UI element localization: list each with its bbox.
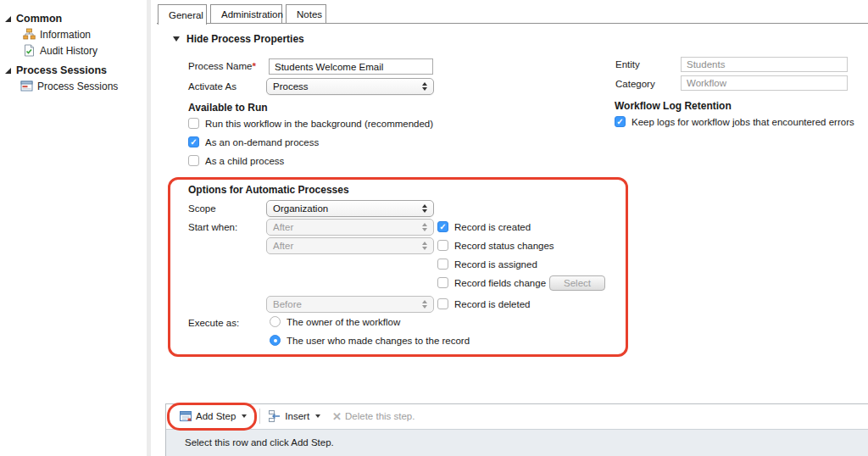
record-status-option: ✓ Record status changes bbox=[437, 240, 554, 251]
select-arrows-icon bbox=[422, 204, 427, 213]
start-when-select-2[interactable]: After bbox=[266, 237, 434, 254]
button-label: Select bbox=[564, 278, 591, 288]
select-value: After bbox=[273, 241, 293, 251]
category-label: Category bbox=[615, 79, 655, 89]
sidebar-item-information[interactable]: Information bbox=[23, 28, 91, 41]
radio-button[interactable] bbox=[270, 335, 281, 346]
execute-user-option: The user who made changes to the record bbox=[270, 335, 470, 346]
hide-process-properties-toggle[interactable]: Hide Process Properties bbox=[173, 33, 304, 45]
record-assigned-option: ✓ Record is assigned bbox=[437, 259, 537, 270]
category-input bbox=[681, 75, 848, 91]
record-created-option: ✓ Record is created bbox=[437, 221, 531, 232]
select-arrows-icon bbox=[422, 242, 427, 250]
start-when-label: Start when: bbox=[188, 222, 237, 232]
tab-label: Notes bbox=[297, 9, 322, 19]
radio-label: The owner of the workflow bbox=[287, 317, 400, 327]
process-name-input[interactable] bbox=[269, 58, 433, 75]
scope-label: Scope bbox=[188, 203, 216, 214]
entity-input bbox=[681, 57, 848, 72]
sidebar-section-label: Process Sessions bbox=[16, 64, 107, 76]
checkbox[interactable]: ✓ bbox=[437, 298, 448, 309]
activate-as-label: Activate As bbox=[188, 81, 236, 92]
checkbox-label: Record is deleted bbox=[454, 299, 531, 309]
checkbox[interactable]: ✓ bbox=[188, 136, 199, 147]
checkbox-label: Record status changes bbox=[454, 241, 554, 251]
checkmark-icon: ✓ bbox=[439, 223, 446, 231]
button-label: Insert bbox=[285, 411, 309, 421]
automatic-options-title: Options for Automatic Processes bbox=[188, 184, 349, 196]
tab-label: Administration bbox=[221, 9, 283, 19]
insert-button[interactable]: Insert bbox=[268, 409, 320, 423]
collapse-arrow-icon bbox=[173, 36, 180, 42]
add-step-icon bbox=[179, 409, 192, 423]
process-sessions-icon bbox=[20, 80, 33, 92]
checkbox[interactable]: ✓ bbox=[437, 240, 448, 251]
select-arrows-icon bbox=[422, 82, 427, 91]
checkbox-label: Record is created bbox=[454, 222, 531, 232]
checkbox[interactable]: ✓ bbox=[188, 118, 199, 129]
dropdown-caret-icon bbox=[315, 414, 320, 418]
select-value: Process bbox=[273, 81, 309, 92]
insert-icon bbox=[268, 409, 281, 423]
step-row-text: Select this row and click Add Step. bbox=[185, 437, 334, 448]
radio-button[interactable] bbox=[270, 316, 281, 327]
step-placeholder-row[interactable]: Select this row and click Add Step. bbox=[166, 429, 868, 456]
select-value: After bbox=[273, 222, 293, 232]
child-process-option: ✓ As a child process bbox=[188, 155, 284, 166]
available-to-run-title: Available to Run bbox=[188, 102, 268, 114]
add-step-button[interactable]: Add Step bbox=[174, 409, 252, 423]
checkbox-label: Record is assigned bbox=[454, 259, 537, 270]
checkbox[interactable]: ✓ bbox=[437, 259, 448, 270]
checkbox[interactable]: ✓ bbox=[437, 277, 448, 288]
toggle-label: Hide Process Properties bbox=[186, 33, 304, 45]
record-fields-option: ✓ Record fields change bbox=[437, 277, 546, 288]
audit-history-icon bbox=[23, 44, 36, 57]
radio-label: The user who made changes to the record bbox=[287, 336, 470, 346]
log-retention-title: Workflow Log Retention bbox=[615, 100, 732, 112]
sidebar-section-common[interactable]: Common bbox=[5, 13, 62, 25]
entity-label: Entity bbox=[615, 59, 640, 70]
step-toolbar: Add Step Insert ✕ Delete this step. bbox=[166, 404, 868, 428]
checkbox[interactable]: ✓ bbox=[615, 116, 626, 127]
checkbox-label: As a child process bbox=[205, 156, 284, 166]
button-label: Delete this step. bbox=[345, 411, 415, 421]
process-name-label: Process Name* bbox=[188, 61, 256, 71]
checkbox-label: Run this workflow in the background (rec… bbox=[205, 119, 433, 129]
keep-logs-option: ✓ Keep logs for workflow jobs that encou… bbox=[615, 116, 854, 127]
toolbar-separator bbox=[259, 409, 260, 424]
checkbox[interactable]: ✓ bbox=[188, 155, 199, 166]
sidebar-section-label: Common bbox=[16, 13, 62, 25]
sitemap-icon bbox=[23, 28, 36, 41]
on-demand-option: ✓ As an on-demand process bbox=[188, 136, 319, 147]
tab-notes[interactable]: Notes bbox=[286, 4, 326, 23]
tab-administration[interactable]: Administration bbox=[210, 4, 282, 23]
select-arrows-icon bbox=[422, 300, 427, 309]
select-value: Before bbox=[273, 299, 302, 309]
sidebar-splitter[interactable] bbox=[147, 0, 151, 456]
tree-expander-icon bbox=[5, 68, 11, 74]
checkbox[interactable]: ✓ bbox=[437, 221, 448, 232]
sidebar-item-process-sessions[interactable]: Process Sessions bbox=[20, 80, 118, 92]
dropdown-caret-icon bbox=[242, 414, 247, 418]
select-value: Organization bbox=[273, 203, 328, 214]
tab-general[interactable]: General bbox=[158, 4, 207, 25]
sidebar-item-audit-history[interactable]: Audit History bbox=[23, 44, 97, 57]
checkbox-label: As an on-demand process bbox=[205, 137, 319, 147]
select-arrows-icon bbox=[422, 223, 427, 231]
checkbox-label: Record fields change bbox=[454, 278, 546, 288]
scope-select[interactable]: Organization bbox=[266, 200, 434, 217]
required-mark: * bbox=[252, 61, 255, 71]
activate-as-select[interactable]: Process bbox=[266, 78, 434, 95]
select-fields-button[interactable]: Select bbox=[549, 275, 605, 291]
record-deleted-option: ✓ Record is deleted bbox=[437, 298, 531, 309]
sidebar-item-label: Information bbox=[40, 29, 91, 41]
start-when-select-1[interactable]: After bbox=[266, 219, 434, 236]
sidebar-section-process-sessions[interactable]: Process Sessions bbox=[5, 64, 107, 76]
workflow-editor-window: Common Information Audit History Process… bbox=[0, 0, 868, 456]
execute-as-label: Execute as: bbox=[188, 318, 239, 328]
start-when-select-3[interactable]: Before bbox=[266, 296, 434, 313]
delete-step-button[interactable]: ✕ Delete this step. bbox=[332, 410, 415, 423]
sidebar: Common Information Audit History Process… bbox=[0, 0, 146, 456]
sidebar-item-label: Process Sessions bbox=[37, 81, 118, 92]
button-label: Add Step bbox=[196, 411, 236, 421]
